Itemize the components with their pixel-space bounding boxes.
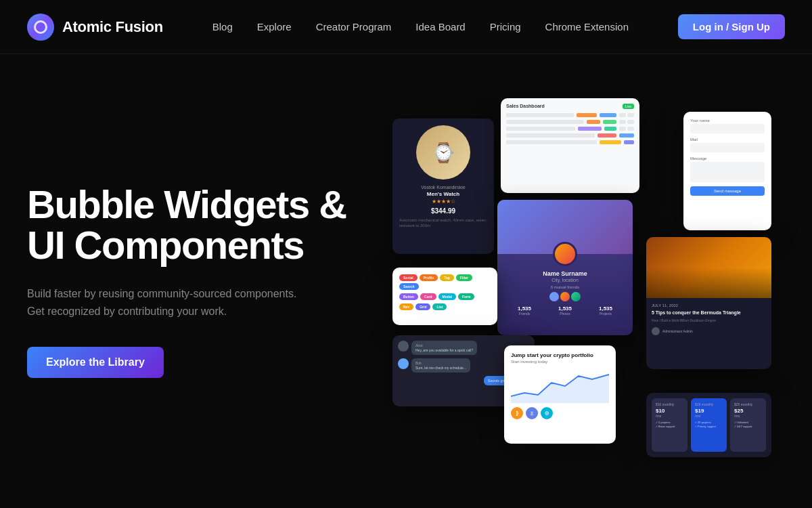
screenshot-article: JULY 11, 2022 5 Tips to conquer the Berm… [646, 237, 771, 369]
article-date: JULY 11, 2022 [652, 303, 766, 308]
hero-screenshots: ⌚ Vostok Komandirskie Men's Watch ★★★★☆ … [379, 54, 785, 508]
screenshots-grid: ⌚ Vostok Komandirskie Men's Watch ★★★★☆ … [392, 98, 771, 464]
contact-send-btn: Send message [690, 186, 765, 196]
watch-model: Men's Watch [399, 191, 487, 197]
tags-row-1: Social Profile Tag Filter Search [399, 274, 491, 290]
screenshot-tags: Social Profile Tag Filter Search Button … [392, 268, 497, 325]
article-content: JULY 11, 2022 5 Tips to conquer the Berm… [646, 298, 771, 341]
chat-bubble-1: Alice Hey, are you available for a quick… [411, 341, 477, 355]
price-tier-2: $19 monthly $19 /mo ✓ 20 projects ✓ Prio… [691, 398, 727, 452]
watch-price: $344.99 [399, 207, 487, 215]
screenshot-table: Sales Dashboard Live [501, 98, 639, 193]
explore-library-button[interactable]: Explore the Library [27, 347, 164, 378]
profile-stats: 1,535Friends 1,535Photos 1,535Projects [504, 305, 626, 316]
article-title: 5 Tips to conquer the Bermuda Triangle [652, 310, 766, 316]
crypto-title: Jump start your crypto portfolio [511, 352, 609, 358]
nav-item-creator[interactable]: Creator Program [316, 21, 392, 33]
price-tier-1: $10 monthly $10 /mo ✓ 5 projects ✓ Basic… [652, 398, 687, 452]
chat-bubble-2: Bob Sure, let me check my schedule... [411, 358, 470, 373]
screenshot-crypto: Jump start your crypto portfolio Start i… [504, 345, 616, 444]
hero-subtitle: Build faster by reusing community-source… [27, 285, 298, 320]
navbar: Atomic Fusion Blog Explore Creator Progr… [0, 0, 812, 54]
nav-item-extension[interactable]: Chrome Extension [545, 21, 629, 33]
profile-location: City, location [504, 278, 626, 282]
nav-item-explore[interactable]: Explore [257, 21, 292, 33]
hero-text: Bubble Widgets & UI Components Build fas… [27, 184, 379, 379]
profile-name: Name Surname [504, 270, 626, 277]
tags-row-3: Nav Grid List [399, 303, 491, 310]
watch-image: ⌚ [416, 125, 470, 179]
article-author: Administrator Admin [652, 327, 766, 335]
nav-item-pricing[interactable]: Pricing [490, 21, 521, 33]
logo-circle [34, 20, 47, 34]
logo-icon [27, 14, 54, 41]
article-excerpt: How I Built a Multi-Billion Doubloon Emp… [652, 318, 766, 323]
hero-title: Bubble Widgets & UI Components [27, 184, 379, 267]
profile-mutual-avatars [504, 292, 626, 301]
login-signup-button[interactable]: Log in / Sign Up [678, 14, 785, 39]
crypto-subtitle: Start investing today [511, 360, 609, 364]
screenshot-watch: ⌚ Vostok Komandirskie Men's Watch ★★★★☆ … [392, 119, 494, 254]
chat-avatar-2 [398, 358, 409, 369]
crypto-chart [511, 369, 609, 403]
table-badge: Live [623, 104, 634, 109]
brand-name: Atomic Fusion [62, 18, 163, 36]
watch-brand: Vostok Komandirskie [399, 185, 487, 190]
hero-section: Bubble Widgets & UI Components Build fas… [0, 54, 812, 508]
screenshot-pricing: $10 monthly $10 /mo ✓ 5 projects ✓ Basic… [646, 393, 771, 457]
nav-item-idea[interactable]: Idea Board [415, 21, 465, 33]
crypto-currency-icons: ₿ Ξ ◎ [511, 407, 609, 419]
profile-banner [497, 200, 633, 254]
nav-item-blog[interactable]: Blog [212, 21, 233, 33]
table-header: Sales Dashboard Live [506, 104, 634, 109]
screenshot-contact: Your name Mail Message Send message [683, 112, 771, 230]
chat-avatar-1 [398, 341, 409, 352]
author-name: Administrator Admin [662, 329, 693, 333]
author-avatar [652, 327, 660, 335]
nav-links: Blog Explore Creator Program Idea Board … [212, 21, 629, 33]
article-image [646, 237, 771, 298]
tags-row-2: Button Card Modal Form [399, 293, 491, 300]
screenshot-profile: Name Surname City, location 6 mutual fri… [497, 200, 633, 335]
profile-avatar [553, 242, 577, 266]
price-tier-3: $25 monthly $25 /mo ✓ Unlimited ✓ 24/7 s… [730, 398, 766, 452]
logo[interactable]: Atomic Fusion [27, 14, 163, 41]
watch-rating: ★★★★☆ [399, 198, 487, 205]
profile-mutual: 6 mutual friends [504, 285, 626, 289]
table-title: Sales Dashboard [506, 104, 545, 109]
watch-desc: Automatic mechanical watch, 40mm case, w… [399, 217, 487, 229]
